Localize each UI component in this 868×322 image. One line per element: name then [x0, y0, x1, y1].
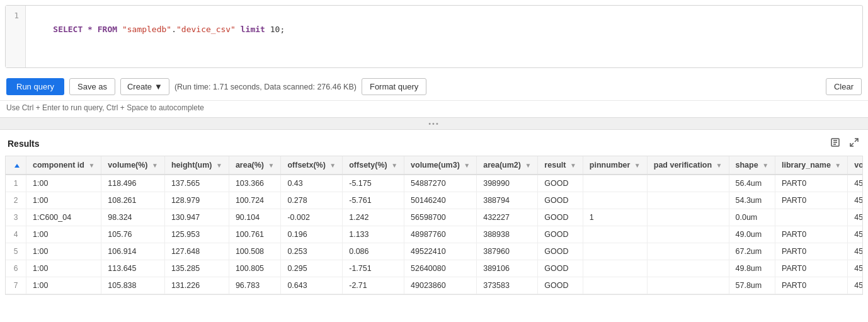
col-header-area-pct[interactable]: area(%) ▼	[229, 156, 281, 175]
cell-pinnumber	[583, 175, 647, 192]
cell-shape: 0.0um	[729, 209, 775, 226]
col-header-offsetx-pct[interactable]: offsetx(%) ▼	[281, 156, 343, 175]
col-header-volume-um3[interactable]: volume(um3) ▼	[404, 156, 477, 175]
cell-offsetx_pct: 0.278	[281, 192, 343, 209]
cell-component_id: 1:00	[26, 260, 101, 277]
cell-vol_min: 45	[848, 192, 863, 209]
col-header-area-um2[interactable]: area(um2) ▼	[477, 156, 538, 175]
save-as-button[interactable]: Save as	[69, 78, 115, 95]
cell-volume_pct: 105.838	[101, 277, 165, 294]
cell-component_id: 1:00	[26, 226, 101, 243]
cell-volume_um3: 54887270	[404, 175, 477, 192]
cell-volume_pct: 98.324	[101, 209, 165, 226]
col-header-volume-pct[interactable]: volume(%) ▼	[101, 156, 165, 175]
cell-area_pct: 100.761	[229, 226, 281, 243]
table-row: 51:00106.914127.648100.5080.2530.0864952…	[6, 243, 863, 260]
cell-height_um: 137.565	[164, 175, 229, 192]
col-header-offsety-pct[interactable]: offsety(%) ▼	[343, 156, 404, 175]
cell-library_name: PART0	[775, 175, 848, 192]
cell-component_id: 1:00	[26, 277, 101, 294]
col-header-result[interactable]: result ▼	[538, 156, 583, 175]
cell-shape: 56.4um	[729, 175, 775, 192]
cell-area_um2: 432227	[477, 209, 538, 226]
cell-result: GOOD	[538, 226, 583, 243]
cell-volume_pct: 105.76	[101, 226, 165, 243]
cell-volume_um3: 52640080	[404, 260, 477, 277]
col-header-pad-verification[interactable]: pad verification ▼	[647, 156, 729, 175]
chevron-down-icon: ▼	[154, 82, 163, 91]
expand-icon[interactable]	[848, 136, 860, 151]
results-table-wrapper: component id ▼ volume(%) ▼ height(um) ▼ …	[5, 156, 863, 295]
cell-library_name: PART0	[775, 277, 848, 294]
cell-row: 6	[6, 260, 26, 277]
cell-result: GOOD	[538, 277, 583, 294]
cell-offsetx_pct: 0.295	[281, 260, 343, 277]
cell-offsetx_pct: 0.643	[281, 277, 343, 294]
cell-row: 1	[6, 175, 26, 192]
panel-divider[interactable]: •••	[0, 117, 868, 130]
cell-library_name: PART0	[775, 192, 848, 209]
table-row: 11:00118.496137.565103.3660.43-5.1755488…	[6, 175, 863, 192]
table-row: 61:00113.645135.285100.8050.295-1.751526…	[6, 260, 863, 277]
cell-shape: 67.2um	[729, 243, 775, 260]
cell-offsety_pct: -1.751	[343, 260, 404, 277]
cell-area_pct: 100.805	[229, 260, 281, 277]
cell-pad_verification	[647, 175, 729, 192]
cell-row: 7	[6, 277, 26, 294]
code-editor[interactable]: 1 SELECT * FROM "sampledb"."device_csv" …	[5, 5, 863, 68]
cell-area_pct: 96.783	[229, 277, 281, 294]
create-button[interactable]: Create ▼	[120, 78, 169, 95]
table-row: 31:C600_0498.324130.94790.104-0.0021.242…	[6, 209, 863, 226]
cell-height_um: 128.979	[164, 192, 229, 209]
cell-library_name	[775, 209, 848, 226]
table-row: 71:00105.838131.22696.7830.643-2.7149023…	[6, 277, 863, 294]
format-query-button[interactable]: Format query	[362, 78, 426, 95]
cell-result: GOOD	[538, 192, 583, 209]
cell-shape: 54.3um	[729, 192, 775, 209]
cell-component_id: 1:00	[26, 243, 101, 260]
col-header-library-name[interactable]: library_name ▼	[775, 156, 848, 175]
cell-pinnumber: 1	[583, 209, 647, 226]
cell-height_um: 130.947	[164, 209, 229, 226]
cell-shape: 57.8um	[729, 277, 775, 294]
cell-vol_min: 45	[848, 175, 863, 192]
clear-button[interactable]: Clear	[826, 78, 862, 95]
table-row: 21:00108.261128.979100.7240.278-5.761501…	[6, 192, 863, 209]
results-table: component id ▼ volume(%) ▼ height(um) ▼ …	[6, 156, 863, 294]
cell-pinnumber	[583, 243, 647, 260]
cell-pinnumber	[583, 260, 647, 277]
cell-height_um: 125.953	[164, 226, 229, 243]
run-info: (Run time: 1.71 seconds, Data scanned: 2…	[174, 83, 357, 91]
col-header-pinnumber[interactable]: pinnumber ▼	[583, 156, 647, 175]
cell-volume_um3: 50146240	[404, 192, 477, 209]
results-action-icons	[829, 136, 860, 151]
cell-area_um2: 398990	[477, 175, 538, 192]
sql-editor[interactable]: SELECT * FROM "sampledb"."device_csv" li…	[26, 6, 862, 67]
cell-volume_um3: 49522410	[404, 243, 477, 260]
cell-volume_pct: 108.261	[101, 192, 165, 209]
cell-component_id: 1:C600_04	[26, 209, 101, 226]
col-header-component-id[interactable]: component id ▼	[26, 156, 101, 175]
cell-volume_um3: 49023860	[404, 277, 477, 294]
col-header-height-um[interactable]: height(um) ▼	[164, 156, 229, 175]
cell-volume_pct: 113.645	[101, 260, 165, 277]
col-header-rownum	[6, 156, 26, 175]
cell-library_name: PART0	[775, 243, 848, 260]
cell-component_id: 1:00	[26, 192, 101, 209]
line-numbers: 1	[6, 6, 26, 67]
cell-result: GOOD	[538, 243, 583, 260]
cell-vol_min: 45	[848, 277, 863, 294]
run-query-button[interactable]: Run query	[6, 78, 64, 95]
results-header: Results	[5, 130, 863, 156]
cell-pad_verification	[647, 260, 729, 277]
query-toolbar: Run query Save as Create ▼ (Run time: 1.…	[0, 73, 868, 101]
cell-vol_min: 45	[848, 243, 863, 260]
cell-area_um2: 373583	[477, 277, 538, 294]
col-header-shape[interactable]: shape ▼	[729, 156, 775, 175]
results-title: Results	[8, 139, 40, 149]
cell-offsetx_pct: 0.43	[281, 175, 343, 192]
cell-result: GOOD	[538, 260, 583, 277]
download-icon[interactable]	[829, 136, 842, 151]
cell-offsety_pct: 1.242	[343, 209, 404, 226]
col-header-vol-min[interactable]: vol_min(%) ▼	[848, 156, 863, 175]
